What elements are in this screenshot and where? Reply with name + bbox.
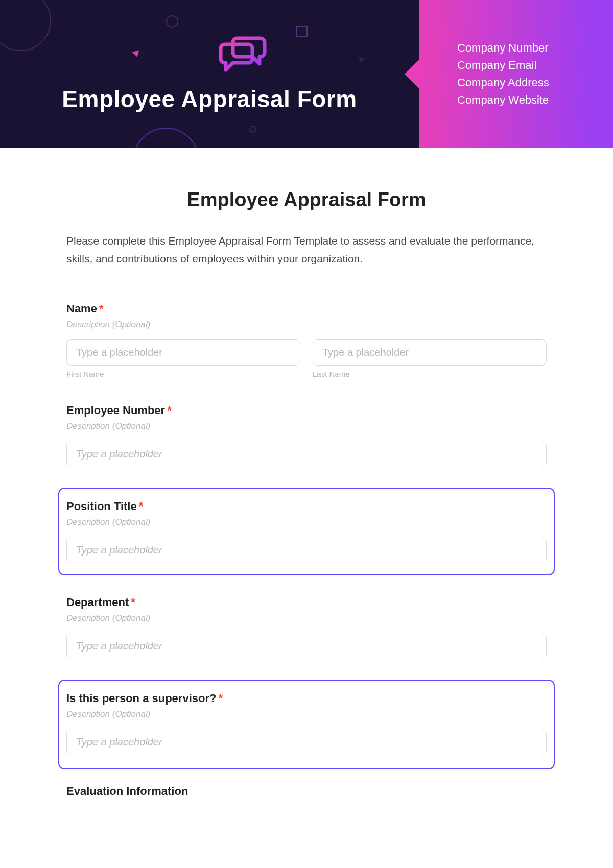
page: Employee Appraisal Form Company Number C… — [0, 0, 613, 868]
department-input[interactable] — [66, 633, 547, 659]
field-name: Name* Description (Optional) First Name … — [66, 297, 547, 380]
section-evaluation-header: Evaluation Information — [66, 785, 547, 798]
required-mark: * — [99, 302, 104, 315]
first-name-sublabel: First Name — [66, 370, 300, 378]
position-title-input[interactable] — [66, 537, 547, 563]
field-department: Department* Description (Optional) — [66, 591, 547, 661]
field-employee-number: Employee Number* Description (Optional) — [66, 399, 547, 469]
company-address-text: Company Address — [457, 74, 613, 91]
form-title: Employee Appraisal Form — [66, 189, 547, 211]
supervisor-input[interactable] — [66, 729, 547, 755]
deco-ring-icon — [249, 126, 256, 133]
required-mark: * — [218, 692, 223, 705]
deco-ring-icon — [166, 15, 178, 28]
chat-bubbles-icon — [215, 35, 271, 76]
field-label-employee-number: Employee Number* — [66, 404, 547, 417]
required-mark: * — [139, 500, 144, 513]
deco-triangle-icon — [357, 56, 366, 64]
label-text: Is this person a supervisor? — [66, 692, 216, 705]
first-name-input[interactable] — [66, 339, 300, 366]
field-opt-desc: Description (Optional) — [66, 320, 547, 330]
employee-number-input[interactable] — [66, 441, 547, 467]
field-position-title[interactable]: Position Title* Description (Optional) — [58, 488, 555, 575]
banner-company-info: Company Number Company Email Company Add… — [419, 0, 613, 148]
banner-left: Employee Appraisal Form — [0, 0, 419, 148]
last-name-input[interactable] — [313, 339, 547, 366]
field-opt-desc: Description (Optional) — [66, 517, 547, 527]
banner: Employee Appraisal Form Company Number C… — [0, 0, 613, 148]
company-email-text: Company Email — [457, 57, 613, 74]
company-website-text: Company Website — [457, 91, 613, 109]
deco-circle-icon — [0, 0, 51, 51]
field-label-supervisor: Is this person a supervisor?* — [66, 692, 547, 705]
label-text: Name — [66, 302, 97, 315]
deco-square-icon — [296, 26, 308, 37]
last-name-sublabel: Last Name — [313, 370, 547, 378]
field-supervisor-question[interactable]: Is this person a supervisor?* Descriptio… — [58, 680, 555, 769]
label-text: Department — [66, 596, 129, 609]
banner-title: Employee Appraisal Form — [62, 85, 357, 113]
company-number-text: Company Number — [457, 39, 613, 57]
label-text: Employee Number — [66, 404, 165, 417]
name-input-row: First Name Last Name — [66, 339, 547, 378]
required-mark: * — [131, 596, 135, 609]
deco-circle-icon — [133, 128, 199, 148]
field-label-department: Department* — [66, 596, 547, 609]
label-text: Position Title — [66, 500, 137, 513]
deco-triangle-icon — [132, 50, 141, 58]
required-mark: * — [167, 404, 172, 417]
field-label-position-title: Position Title* — [66, 500, 547, 513]
field-opt-desc: Description (Optional) — [66, 613, 547, 623]
field-opt-desc: Description (Optional) — [66, 709, 547, 719]
field-label-name: Name* — [66, 302, 547, 316]
form-description: Please complete this Employee Appraisal … — [66, 232, 547, 268]
field-opt-desc: Description (Optional) — [66, 421, 547, 431]
form-body: Employee Appraisal Form Please complete … — [0, 148, 613, 798]
